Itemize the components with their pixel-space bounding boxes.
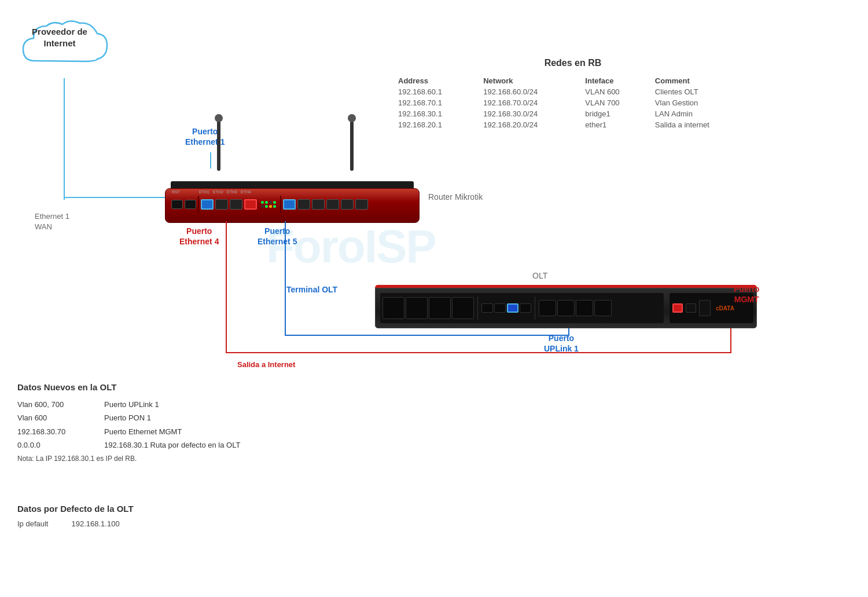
- datos-nuevos-rows: Vlan 600, 700Puerto UPLink 1Vlan 600Puer…: [17, 398, 365, 452]
- datos-col1: Vlan 600, 700: [17, 398, 93, 411]
- cloud-to-router-vertical-line: [64, 78, 65, 200]
- olt-sfp-up1: [539, 300, 556, 316]
- olt-divider: [477, 296, 478, 320]
- puerto-eth4-label: Puerto Ethernet 4: [179, 226, 219, 247]
- ip-default-value: 192.168.1.100: [72, 519, 120, 528]
- router-eth6-port: [297, 199, 310, 210]
- cloud-label: Proveedor de Internet: [22, 26, 97, 49]
- list-item: Vlan 600, 700Puerto UPLink 1: [17, 398, 365, 411]
- router-body: RST ETH1 ETH2 ETH3 ETH4: [165, 188, 420, 223]
- puerto-mgmt-label: Puerto MGMT: [734, 284, 759, 305]
- table-cell-comment: LAN Admin: [650, 108, 752, 119]
- port-divider: [198, 196, 199, 213]
- olt-rj45-1: [481, 303, 493, 313]
- table-cell-address: 192.168.20.1: [393, 119, 479, 130]
- list-item: Vlan 600Puerto PON 1: [17, 411, 365, 424]
- olt-front-panel: [380, 293, 664, 323]
- olt-label: OLT: [532, 271, 547, 280]
- led-4: [273, 201, 276, 204]
- table-cell-interface: ether1: [580, 119, 650, 130]
- olt-sfp-1: [382, 297, 404, 319]
- olt-sfp-up3: [576, 300, 593, 316]
- datos-col2: 192.168.30.1 Ruta por defecto en la OLT: [104, 438, 240, 452]
- datos-col1: 0.0.0.0: [17, 438, 93, 452]
- led-5: [261, 205, 264, 208]
- led-7: [269, 205, 272, 208]
- datos-col2: Puerto PON 1: [104, 411, 151, 424]
- router-eth3-port: [230, 199, 242, 210]
- puerto-uplink-label: Puerto UPLink 1: [544, 333, 579, 354]
- terminal-olt-label: Terminal OLT: [286, 285, 337, 294]
- col-header-comment: Comment: [650, 75, 752, 86]
- olt-mgmt-port: [672, 303, 683, 313]
- datos-col1: 192.168.30.70: [17, 425, 93, 438]
- olt-body: cDATA: [375, 288, 757, 328]
- table-row: 192.168.60.1192.168.60.0/24VLAN 600Clien…: [393, 86, 752, 97]
- table-cell-network: 192.168.60.0/24: [479, 86, 580, 97]
- led-2: [265, 201, 268, 204]
- eth1-wan-label: Ethernet 1 WAN: [35, 211, 69, 232]
- red-line-eth4-vertical: [226, 221, 227, 353]
- olt-sfp-up2: [557, 300, 575, 316]
- datos-defecto-section: Datos por Defecto de la OLT Ip default 1…: [17, 504, 249, 528]
- puerto-eth5-label: Puerto Ethernet 5: [258, 226, 297, 247]
- table-row: 192.168.20.1192.168.20.0/24ether1Salida …: [393, 119, 752, 130]
- table-cell-comment: Vlan Gestion: [650, 97, 752, 108]
- table-row: 192.168.30.1192.168.30.0/24bridge1LAN Ad…: [393, 108, 752, 119]
- olt-sfp-4: [452, 297, 474, 319]
- antenna-right: [350, 119, 354, 171]
- table-cell-interface: bridge1: [580, 108, 650, 119]
- list-item: 0.0.0.0192.168.30.1 Ruta por defecto en …: [17, 438, 365, 452]
- olt-uplink-port: [507, 303, 518, 313]
- datos-nuevos-section: Datos Nuevos en la OLT Vlan 600, 700Puer…: [17, 382, 365, 463]
- antenna-left: [217, 119, 220, 171]
- col-header-interface: Inteface: [580, 75, 650, 86]
- olt-rj45-2: [494, 303, 506, 313]
- table-cell-interface: VLAN 600: [580, 86, 650, 97]
- router-eth4-port: [244, 199, 257, 210]
- router-port-sfp: [185, 200, 196, 209]
- ip-default-label: Ip default: [17, 519, 49, 528]
- table-cell-address: 192.168.30.1: [393, 108, 479, 119]
- table-cell-address: 192.168.70.1: [393, 97, 479, 108]
- blue-line-eth5-vertical: [285, 221, 286, 336]
- olt-console-port: [686, 303, 696, 313]
- table-cell-comment: Clientes OLT: [650, 86, 752, 97]
- table-cell-network: 192.168.30.0/24: [479, 108, 580, 119]
- olt-sfp-2: [406, 297, 428, 319]
- router-mikrotik-label: Router Mikrotik: [428, 192, 483, 202]
- redes-rb-section: Redes en RB Address Network Inteface Com…: [393, 58, 752, 130]
- olt-sfp-up4: [594, 300, 612, 316]
- redes-rb-table: Address Network Inteface Comment 192.168…: [393, 75, 752, 130]
- table-row: 192.168.70.1192.168.70.0/24VLAN 700Vlan …: [393, 97, 752, 108]
- router-eth2-port: [215, 199, 228, 210]
- led-3: [269, 201, 272, 204]
- table-cell-interface: VLAN 700: [580, 97, 650, 108]
- router-port-usb: [171, 200, 183, 209]
- router-eth10-port: [355, 199, 368, 210]
- table-cell-address: 192.168.60.1: [393, 86, 479, 97]
- table-cell-comment: Salida a internet: [650, 119, 752, 130]
- led-1: [261, 201, 264, 204]
- olt-usb-port: [699, 300, 711, 316]
- cdata-logo: cDATA: [716, 305, 734, 312]
- olt-device: cDATA: [375, 285, 757, 328]
- datos-nuevos-title: Datos Nuevos en la OLT: [17, 382, 365, 392]
- list-item: 192.168.30.70Puerto Ethernet MGMT: [17, 425, 365, 438]
- col-header-network: Network: [479, 75, 580, 86]
- router-eth9-port: [341, 199, 354, 210]
- olt-rj45-4: [520, 303, 531, 313]
- router-eth1-port: [201, 199, 214, 210]
- datos-col2: Puerto UPLink 1: [104, 398, 159, 411]
- ip-default-row: Ip default 192.168.1.100: [17, 519, 249, 528]
- salida-internet-label: Salida a Internet: [237, 360, 295, 369]
- led-8: [273, 205, 276, 208]
- datos-col1: Vlan 600: [17, 411, 93, 424]
- datos-col2: Puerto Ethernet MGMT: [104, 425, 182, 438]
- redes-rb-title: Redes en RB: [393, 58, 752, 68]
- col-header-address: Address: [393, 75, 479, 86]
- table-cell-network: 192.168.20.0/24: [479, 119, 580, 130]
- table-cell-network: 192.168.70.0/24: [479, 97, 580, 108]
- olt-divider2: [535, 296, 535, 320]
- port-divider2: [280, 196, 281, 213]
